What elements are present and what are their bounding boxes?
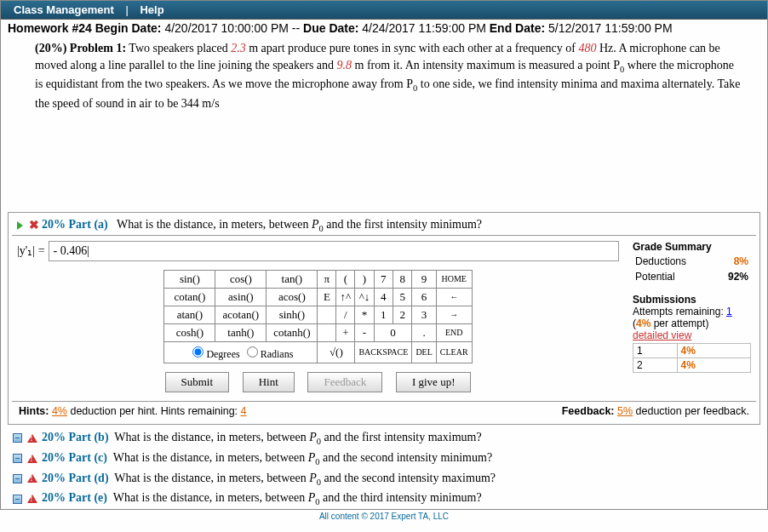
key-acos[interactable]: acos() <box>267 288 318 306</box>
date-dash: -- <box>292 21 300 35</box>
key-pi[interactable]: π <box>318 270 336 288</box>
grade-summary: Grade Summary Deductions8% Potential92% <box>633 241 751 285</box>
problem-statement: (20%) Problem 1: Two speakers placed 2.3… <box>1 37 767 115</box>
key-tanh[interactable]: tanh() <box>215 323 267 341</box>
menu-help[interactable]: Help <box>140 3 163 16</box>
key-backspace[interactable]: BACKSPACE <box>355 341 412 363</box>
collapse-icon[interactable] <box>13 474 22 483</box>
key-7[interactable]: 7 <box>374 270 393 288</box>
collapse-icon[interactable] <box>13 433 22 443</box>
key-del[interactable]: DEL <box>412 341 436 363</box>
key-asin[interactable]: asin() <box>215 288 267 306</box>
incorrect-icon: ✖ <box>29 218 39 232</box>
key-5[interactable]: 5 <box>393 288 412 306</box>
key-clear[interactable]: CLEAR <box>436 341 472 363</box>
frequency-value: 480 <box>578 42 596 54</box>
key-9[interactable]: 9 <box>412 270 436 288</box>
key-atan[interactable]: atan() <box>164 306 215 323</box>
problem-text-1: Two speakers placed <box>129 42 231 54</box>
distance-value: 2.3 <box>231 42 246 54</box>
key-sinh[interactable]: sinh() <box>267 306 318 323</box>
key-8[interactable]: 8 <box>393 270 412 288</box>
degrees-radio[interactable] <box>192 346 203 358</box>
key-minus[interactable]: - <box>355 323 374 341</box>
part-b-row[interactable]: 20% Part (b) What is the distance, in me… <box>1 428 767 449</box>
attempts-remaining-link[interactable]: 1 <box>726 306 732 317</box>
per-attempt-pct: 4% <box>636 317 651 329</box>
key-plus[interactable]: + <box>336 323 355 341</box>
attempt-num: 1 <box>633 343 678 358</box>
key-sin[interactable]: sin() <box>164 270 215 288</box>
key-end[interactable]: END <box>436 323 472 341</box>
detailed-view-link[interactable]: detailed view <box>633 329 691 341</box>
key-0[interactable]: 0 <box>374 323 412 341</box>
part-a-question-1: What is the distance, in meters, between <box>117 218 312 231</box>
footer-copyright: All content © 2017 Expert TA, LLC <box>0 510 768 523</box>
key-sqrt[interactable]: √() <box>318 341 355 363</box>
radians-label: Radians <box>261 348 294 360</box>
key-blank-2[interactable] <box>318 323 336 341</box>
work-area: |y'₁| = sin() cos() tan() π ( ) 7 <box>12 235 756 401</box>
submissions-title: Submissions <box>633 294 751 306</box>
radians-radio[interactable] <box>247 346 258 358</box>
key-cotan[interactable]: cotan() <box>164 288 215 306</box>
part-c-label: 20% Part (c) <box>42 451 107 464</box>
warning-icon <box>27 474 37 483</box>
warning-icon <box>27 495 37 503</box>
collapse-icon[interactable] <box>13 454 22 463</box>
problem-text-4: m from it. An intensity maximum is measu… <box>352 59 620 72</box>
key-right[interactable]: → <box>436 306 472 323</box>
part-a-container: ✖ 20% Part (a) What is the distance, in … <box>8 212 760 425</box>
key-up[interactable]: ↑^ <box>336 288 355 306</box>
grade-column: Grade Summary Deductions8% Potential92% … <box>624 236 756 401</box>
key-6[interactable]: 6 <box>412 288 436 306</box>
collapse-icon[interactable] <box>13 495 22 504</box>
key-cosh[interactable]: cosh() <box>164 323 215 341</box>
key-blank-1[interactable] <box>318 306 336 323</box>
feedback-button: Feedback <box>307 372 382 392</box>
part-a-label: 20% Part (a) <box>42 218 108 231</box>
expand-icon[interactable] <box>17 221 23 230</box>
begin-date-label: Begin Date: <box>95 21 162 35</box>
key-cotanh[interactable]: cotanh() <box>267 323 318 341</box>
key-4[interactable]: 4 <box>374 288 393 306</box>
giveup-button[interactable]: I give up! <box>396 372 472 392</box>
menu-class-mgmt[interactable]: Class Management <box>14 3 114 16</box>
answer-input[interactable] <box>49 241 619 261</box>
key-rparen[interactable]: ) <box>355 270 374 288</box>
answer-column: |y'₁| = sin() cos() tan() π ( ) 7 <box>12 236 624 401</box>
key-div[interactable]: / <box>336 306 355 323</box>
key-dot[interactable]: . <box>412 323 436 341</box>
part-d-tail: and the second intensity maximum? <box>321 472 496 484</box>
part-e-row[interactable]: 20% Part (e) What is the distance, in me… <box>1 489 767 509</box>
deg-radio-wrap[interactable]: Degrees <box>188 348 239 360</box>
key-3[interactable]: 3 <box>412 306 436 323</box>
key-tan[interactable]: tan() <box>267 270 318 288</box>
potential-label: Potential <box>634 270 714 283</box>
key-left[interactable]: ← <box>436 288 472 306</box>
equation-row: |y'₁| = <box>17 241 619 261</box>
key-E[interactable]: E <box>318 288 336 306</box>
part-b-q: What is the distance, in meters, between <box>114 431 309 443</box>
key-1[interactable]: 1 <box>374 306 393 323</box>
key-cos[interactable]: cos() <box>215 270 267 288</box>
part-a-question-2: and the first intensity minimum? <box>324 218 482 231</box>
key-down[interactable]: ^↓ <box>355 288 374 306</box>
end-date-label: End Date: <box>490 21 545 35</box>
hints-prefix: Hints: <box>19 405 52 417</box>
attempts-table: 14% 24% <box>633 343 751 373</box>
key-acotan[interactable]: acotan() <box>215 306 267 323</box>
key-2[interactable]: 2 <box>393 306 412 323</box>
hints-remaining: 4 <box>241 405 247 417</box>
key-mul[interactable]: * <box>355 306 374 323</box>
hint-button[interactable]: Hint <box>243 372 295 392</box>
part-c-row[interactable]: 20% Part (c) What is the distance, in me… <box>1 449 767 469</box>
submit-button[interactable]: Submit <box>165 372 230 392</box>
key-lparen[interactable]: ( <box>336 270 355 288</box>
part-e-tail: and the third intensity minimum? <box>320 491 482 504</box>
key-home[interactable]: HOME <box>436 270 472 288</box>
attempts-remaining-label: Attempts remaining: <box>633 306 726 317</box>
rad-radio-wrap[interactable]: Radians <box>243 348 294 360</box>
problem-spacer <box>1 115 767 209</box>
part-d-row[interactable]: 20% Part (d) What is the distance, in me… <box>1 469 767 489</box>
